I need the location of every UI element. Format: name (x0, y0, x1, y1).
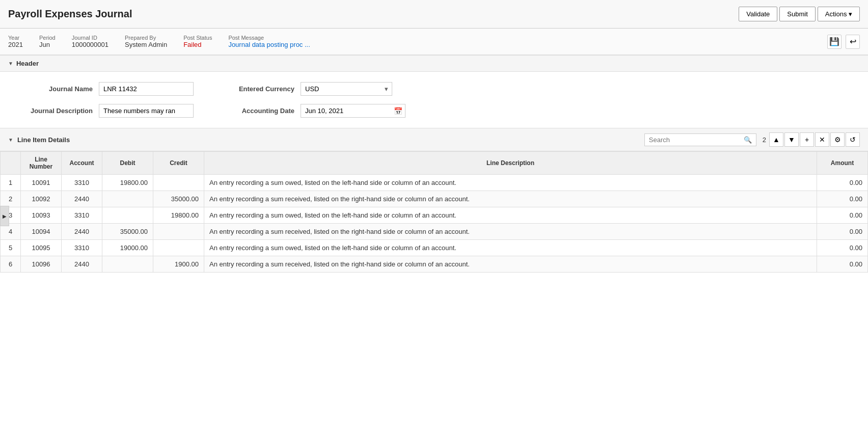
line-items-header: ▼ Line Item Details 🔍 2 ▲ ▼ + ✕ ⚙ ↺ (0, 128, 868, 151)
cell-description: An entry recording a sum owed, listed on… (204, 207, 817, 224)
column-config-button[interactable]: ⚙ (830, 132, 845, 147)
journal-id-label: Journal ID (72, 35, 108, 41)
submit-button[interactable]: Submit (779, 7, 815, 21)
actions-button[interactable]: Actions ▾ (818, 7, 860, 21)
journal-desc-label: Journal Description (16, 107, 93, 115)
meta-journal-id: Journal ID 1000000001 (72, 35, 108, 48)
meta-post-status: Post Status Failed (183, 35, 212, 48)
entered-currency-row: Entered Currency USD ▾ (218, 82, 405, 96)
table-header-row: LineNumber Account Debit Credit Line Des… (1, 152, 868, 175)
line-items-count: 2 (761, 136, 768, 144)
cell-debit (102, 256, 153, 273)
cell-amount: 0.00 (817, 191, 868, 207)
cell-description: An entry recording a sum received, liste… (204, 256, 817, 273)
meta-post-message: Post Message Journal data posting proc .… (228, 35, 310, 48)
accounting-date-row: Accounting Date 📅 (218, 104, 405, 118)
cell-account: 2440 (62, 256, 102, 273)
cell-amount: 0.00 (817, 175, 868, 191)
accounting-date-input[interactable] (301, 104, 405, 118)
cell-credit (153, 224, 204, 240)
search-icon: 🔍 (744, 136, 752, 144)
cell-description: An entry recording a sum received, liste… (204, 191, 817, 207)
cell-credit: 35000.00 (153, 191, 204, 207)
cell-amount: 0.00 (817, 207, 868, 224)
cell-line-number: 10094 (21, 224, 62, 240)
table-row[interactable]: 1 10091 3310 19800.00 An entry recording… (1, 175, 868, 191)
line-items-table: LineNumber Account Debit Credit Line Des… (0, 151, 868, 273)
top-bar: Payroll Expenses Journal Validate Submit… (0, 0, 868, 29)
table-row[interactable]: 3 10093 3310 19800.00 An entry recording… (1, 207, 868, 224)
cell-amount: 0.00 (817, 240, 868, 256)
validate-button[interactable]: Validate (739, 7, 777, 21)
cell-row-num: 5 (1, 240, 21, 256)
entered-currency-select[interactable]: USD (301, 82, 392, 96)
meta-year: Year 2021 (8, 35, 23, 48)
prepared-by-value: System Admin (125, 41, 167, 48)
scroll-up-button[interactable]: ▲ (769, 132, 783, 147)
cell-amount: 0.00 (817, 256, 868, 273)
journal-name-row: Journal Name (16, 82, 194, 96)
col-header-amount: Amount (817, 152, 868, 175)
calendar-icon[interactable]: 📅 (394, 107, 402, 115)
col-header-account: Account (62, 152, 102, 175)
cell-debit (102, 191, 153, 207)
period-label: Period (39, 35, 56, 41)
post-message-value[interactable]: Journal data posting proc ... (228, 41, 310, 48)
year-value: 2021 (8, 41, 23, 48)
cell-row-num: 6 (1, 256, 21, 273)
post-status-label: Post Status (183, 35, 212, 41)
cell-debit: 19000.00 (102, 240, 153, 256)
header-section-body: Journal Name Journal Description Entered… (0, 72, 868, 128)
cell-description: An entry recording a sum owed, listed on… (204, 175, 817, 191)
refresh-table-button[interactable]: ↺ (846, 132, 860, 147)
search-box[interactable]: 🔍 (644, 133, 756, 146)
journal-desc-row: Journal Description (16, 104, 194, 118)
cell-line-number: 10091 (21, 175, 62, 191)
add-row-button[interactable]: + (800, 132, 814, 147)
col-header-num (1, 152, 21, 175)
journal-name-input[interactable] (99, 82, 194, 96)
col-header-credit: Credit (153, 152, 204, 175)
cell-account: 3310 (62, 240, 102, 256)
journal-id-value: 1000000001 (72, 41, 108, 48)
cell-description: An entry recording a sum received, liste… (204, 224, 817, 240)
cell-line-number: 10096 (21, 256, 62, 273)
page-title: Payroll Expenses Journal (8, 8, 132, 20)
journal-desc-input[interactable] (99, 104, 194, 118)
delete-row-button[interactable]: ✕ (815, 132, 829, 147)
table-row[interactable]: 5 10095 3310 19000.00 An entry recording… (1, 240, 868, 256)
entered-currency-label: Entered Currency (218, 85, 294, 93)
line-items-triangle-icon: ▼ (8, 137, 13, 143)
cell-row-num: 2 (1, 191, 21, 207)
col-header-line-number: LineNumber (21, 152, 62, 175)
table-row[interactable]: 6 10096 2440 1900.00 An entry recording … (1, 256, 868, 273)
col-header-debit: Debit (102, 152, 153, 175)
refresh-icon-button[interactable]: ↩ (846, 35, 860, 49)
cell-account: 2440 (62, 224, 102, 240)
top-bar-actions: Validate Submit Actions ▾ (739, 7, 860, 21)
journal-name-label: Journal Name (16, 85, 93, 93)
header-triangle-icon: ▼ (8, 61, 13, 66)
cell-row-num: 1 (1, 175, 21, 191)
period-value: Jun (39, 41, 56, 48)
meta-period: Period Jun (39, 35, 56, 48)
save-icon-button[interactable]: 💾 (827, 35, 842, 49)
meta-prepared-by: Prepared By System Admin (125, 35, 167, 48)
cell-debit: 35000.00 (102, 224, 153, 240)
header-form-grid: Journal Name Journal Description Entered… (16, 82, 852, 118)
cell-credit (153, 240, 204, 256)
scroll-down-button[interactable]: ▼ (784, 132, 799, 147)
cell-line-number: 10092 (21, 191, 62, 207)
page-wrapper: Payroll Expenses Journal Validate Submit… (0, 0, 868, 432)
cell-debit (102, 207, 153, 224)
header-section-title: Header (16, 60, 39, 67)
cell-amount: 0.00 (817, 224, 868, 240)
post-status-value: Failed (183, 41, 212, 48)
meta-bar: Year 2021 Period Jun Journal ID 10000000… (0, 29, 868, 55)
sidebar-collapse-button[interactable]: ▶ (0, 206, 9, 226)
entered-currency-select-wrapper: USD ▾ (301, 82, 392, 96)
table-row[interactable]: 4 10094 2440 35000.00 An entry recording… (1, 224, 868, 240)
table-row[interactable]: 2 10092 2440 35000.00 An entry recording… (1, 191, 868, 207)
cell-description: An entry recording a sum owed, listed on… (204, 240, 817, 256)
search-input[interactable] (649, 136, 742, 144)
